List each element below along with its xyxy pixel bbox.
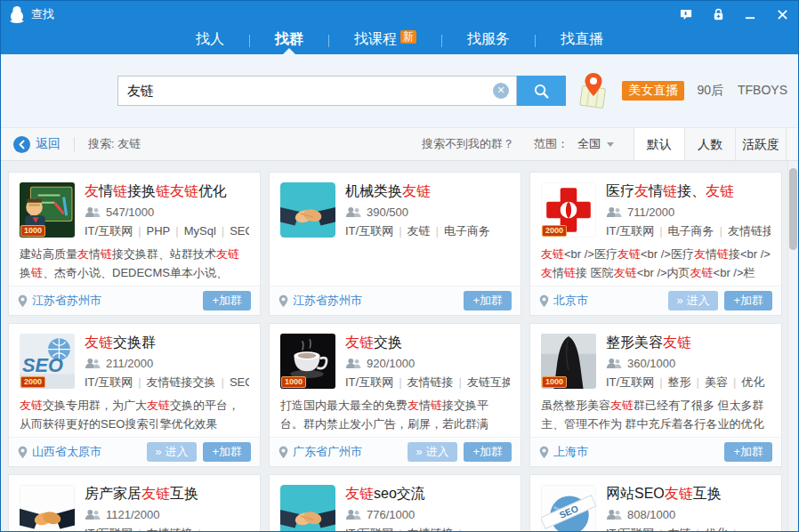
tag[interactable]: 整形	[668, 375, 691, 389]
tag[interactable]: SEO	[230, 224, 249, 238]
group-location-label: 江苏省苏州市	[32, 293, 101, 309]
tag[interactable]: IT/互联网	[606, 375, 654, 389]
feedback-icon[interactable]	[679, 7, 693, 21]
group-avatar[interactable]: 1000	[20, 182, 75, 238]
card-footer: 广东省广州市» 进入+加群	[270, 437, 521, 466]
minimize-button[interactable]	[743, 7, 757, 21]
scope-dropdown[interactable]: 全国	[577, 136, 614, 152]
join-group-button[interactable]: +加群	[724, 442, 772, 462]
enter-group-button[interactable]: » 进入	[408, 442, 458, 462]
group-location[interactable]: 山西省太原市	[18, 444, 101, 460]
close-button[interactable]	[775, 7, 789, 21]
tag[interactable]: 电子商务	[444, 224, 490, 238]
sort-tab[interactable]: 默认	[634, 128, 684, 160]
group-title[interactable]: 整形美容友链	[606, 334, 771, 351]
tag[interactable]: IT/互联网	[345, 224, 393, 238]
magnifier-icon	[533, 83, 550, 100]
group-title[interactable]: 房产家居友链互换	[85, 485, 249, 503]
hot-words-area: 美女直播 90后TFBOYS	[577, 70, 787, 111]
join-group-button[interactable]: +加群	[464, 291, 512, 310]
tag[interactable]: 友情链接交换	[147, 375, 216, 389]
group-title[interactable]: 医疗友情链接、友链	[606, 182, 771, 200]
tag[interactable]: IT/互联网	[606, 224, 654, 238]
tag[interactable]: 友链	[668, 527, 691, 532]
hot-words: 90后TFBOYS	[697, 83, 787, 99]
group-location[interactable]: 广东省广州市	[278, 444, 362, 460]
group-avatar[interactable]	[280, 485, 335, 532]
group-avatar[interactable]: SEO2000	[20, 334, 75, 389]
tag[interactable]: SEO	[230, 375, 249, 389]
map-location-icon[interactable]	[577, 71, 609, 110]
security-icon[interactable]	[711, 7, 725, 21]
group-location[interactable]: 江苏省苏州市	[278, 293, 362, 309]
nav-tab-find-course[interactable]: 找课程新	[329, 28, 441, 54]
back-button[interactable]: 返回	[13, 136, 61, 153]
tag[interactable]: 友链	[408, 224, 431, 238]
group-title[interactable]: 友链交换	[345, 334, 510, 351]
tag[interactable]: MySql	[184, 224, 216, 238]
join-group-button[interactable]: +加群	[203, 442, 251, 462]
member-count: 211/2000	[85, 357, 249, 370]
group-title[interactable]: 机械类换友链	[345, 182, 510, 200]
clear-search-icon[interactable]: ×	[493, 83, 509, 99]
group-avatar[interactable]	[20, 485, 75, 532]
members-icon	[85, 206, 101, 218]
group-avatar[interactable]: 1000	[280, 334, 335, 389]
group-title[interactable]: 友链seo交流	[345, 485, 510, 503]
tag[interactable]: IT/互联网	[345, 527, 393, 532]
hot-word-featured[interactable]: 美女直播	[622, 81, 684, 101]
group-title[interactable]: 网站SEO友链互换	[606, 485, 771, 503]
tag[interactable]: 友情链接	[408, 375, 454, 389]
group-avatar[interactable]: 2000	[541, 182, 596, 238]
nav-tab-find-live[interactable]: 找直播	[536, 28, 628, 54]
search-input[interactable]	[117, 76, 517, 106]
group-card: 房产家居友链互换1121/2000IT/互联网|友情链接|...+加群	[8, 474, 261, 532]
enter-group-button[interactable]: » 进入	[668, 291, 719, 310]
join-group-button[interactable]: +加群	[724, 291, 772, 310]
join-group-button[interactable]: +加群	[203, 291, 251, 310]
group-location[interactable]: 上海市	[539, 444, 588, 460]
group-avatar[interactable]	[280, 182, 335, 238]
tag[interactable]: 友链互换	[467, 375, 510, 389]
tag[interactable]: 优化	[705, 527, 728, 532]
tag[interactable]: 电子商务	[668, 224, 714, 238]
tag[interactable]: ...	[206, 527, 216, 532]
nav-tab-find-service[interactable]: 找服务	[442, 28, 535, 54]
tag[interactable]: 美容	[705, 375, 728, 389]
tag[interactable]: IT/互联网	[606, 527, 654, 532]
group-location[interactable]: 江苏省苏州市	[18, 293, 101, 309]
group-title[interactable]: 友情链接换链友链优化	[85, 182, 249, 200]
scrollbar-track[interactable]	[787, 161, 797, 532]
scrollbar-thumb[interactable]	[789, 168, 797, 250]
tag[interactable]: IT/互联网	[85, 224, 133, 238]
tag-separator: |	[659, 375, 662, 389]
tag[interactable]: 友情链接	[408, 527, 454, 532]
capacity-badge: 2000	[542, 225, 567, 237]
tag[interactable]: ...	[741, 527, 751, 532]
tag-separator: |	[198, 527, 201, 532]
nav-tab-find-people[interactable]: 找人	[171, 28, 249, 54]
group-avatar[interactable]: 1000	[541, 334, 596, 389]
cant-find-group-link[interactable]: 搜索不到我的群？	[422, 136, 514, 152]
tag[interactable]: IT/互联网	[85, 527, 133, 532]
join-group-button[interactable]: +加群	[464, 442, 512, 462]
hot-word[interactable]: 90后	[697, 83, 723, 99]
tag[interactable]: 友情链接	[147, 527, 193, 532]
tag[interactable]: PHP	[147, 224, 171, 238]
sort-tab[interactable]: 人数	[684, 128, 735, 160]
group-location[interactable]: 北京市	[539, 293, 588, 309]
tag[interactable]: IT/互联网	[345, 375, 393, 389]
group-title[interactable]: 友链交换群	[85, 334, 249, 351]
nav-tab-find-group[interactable]: 找群	[250, 28, 328, 54]
member-count-value: 390/500	[367, 206, 408, 219]
sort-tab[interactable]: 活跃度	[735, 128, 786, 160]
tag[interactable]: 优化	[741, 375, 764, 389]
enter-group-button[interactable]: » 进入	[147, 442, 198, 462]
group-location-label: 江苏省苏州市	[293, 293, 362, 309]
tag[interactable]: 友情链接	[728, 224, 771, 238]
tag[interactable]: IT/互联网	[85, 375, 133, 389]
group-avatar[interactable]: SEO	[541, 485, 596, 532]
hot-word[interactable]: TFBOYS	[738, 83, 787, 99]
search-button[interactable]	[517, 76, 566, 106]
tag[interactable]: ...	[467, 527, 477, 532]
